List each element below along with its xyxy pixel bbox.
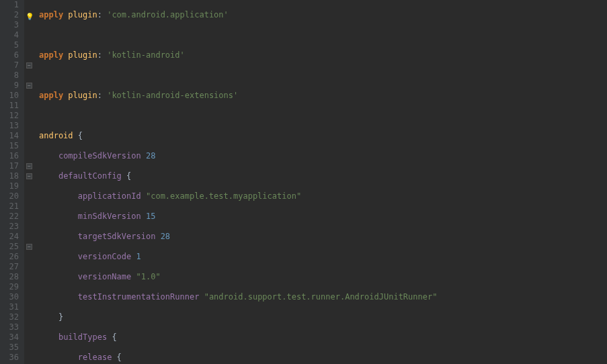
line-number: 20: [0, 191, 19, 201]
string-literal: 'com.android.application': [107, 10, 229, 19]
code-line[interactable]: versionName "1.0": [39, 272, 495, 282]
line-number: 22: [0, 212, 19, 222]
code-line[interactable]: buildTypes {: [39, 332, 495, 343]
code-line[interactable]: testInstrumentationRunner "android.suppo…: [39, 292, 495, 302]
code-line[interactable]: [39, 30, 495, 40]
keyword-apply: apply: [39, 10, 63, 19]
line-number: 24: [0, 232, 19, 242]
line-number: 16: [0, 151, 19, 161]
code-line[interactable]: applicationId "com.example.test.myapplic…: [39, 191, 495, 201]
line-number: 36: [0, 353, 19, 363]
line-number: 10: [0, 91, 19, 101]
code-line[interactable]: release {: [39, 353, 495, 363]
line-number: 23: [0, 222, 19, 232]
fold-toggle-icon[interactable]: −: [26, 83, 32, 89]
line-number: 33: [0, 322, 19, 332]
line-number: 27: [0, 262, 19, 272]
line-number: 3: [0, 20, 19, 30]
line-number: 13: [0, 121, 19, 131]
line-number: 8: [0, 71, 19, 81]
line-number: 9: [0, 81, 19, 91]
block-android: android: [39, 131, 73, 140]
line-number: 29: [0, 282, 19, 292]
line-number: 30: [0, 292, 19, 302]
fold-toggle-icon[interactable]: −: [26, 163, 32, 169]
code-line[interactable]: apply plugin: 'com.android.application': [39, 10, 495, 20]
code-editor[interactable]: apply plugin: 'com.android.application' …: [36, 0, 495, 364]
line-number: 18: [0, 171, 19, 181]
line-number: 28: [0, 272, 19, 282]
code-line[interactable]: android {: [39, 131, 495, 141]
fold-toggle-icon[interactable]: −: [26, 62, 32, 69]
line-number: 11: [0, 101, 19, 111]
line-number: 25: [0, 242, 19, 252]
fold-column: −−−−−💡: [24, 0, 36, 364]
line-number: 19: [0, 181, 19, 191]
code-line[interactable]: [39, 71, 495, 81]
intention-bulb-icon[interactable]: 💡: [26, 11, 34, 21]
code-line[interactable]: apply plugin: 'kotlin-android-extensions…: [39, 91, 495, 101]
line-number-gutter: 1234567891011121314151617181920212223242…: [0, 0, 24, 364]
code-line[interactable]: targetSdkVersion 28: [39, 232, 495, 242]
line-number: 7: [0, 60, 19, 71]
line-number: 34: [0, 332, 19, 343]
line-number: 5: [0, 40, 19, 50]
line-number: 2: [0, 10, 19, 20]
code-line[interactable]: compileSdkVersion 28: [39, 151, 495, 161]
fold-toggle-icon[interactable]: −: [26, 244, 32, 250]
code-line[interactable]: apply plugin: 'kotlin-android': [39, 50, 495, 60]
fold-toggle-icon[interactable]: −: [26, 173, 32, 179]
line-number: 4: [0, 30, 19, 40]
code-line[interactable]: minSdkVersion 15: [39, 212, 495, 222]
line-number: 15: [0, 141, 19, 151]
line-number: 26: [0, 252, 19, 262]
identifier-plugin: plugin: [68, 10, 97, 19]
code-line[interactable]: defaultConfig {: [39, 171, 495, 181]
code-line[interactable]: [39, 111, 495, 121]
code-line[interactable]: versionCode 1: [39, 252, 495, 262]
line-number: 32: [0, 312, 19, 322]
line-number: 14: [0, 131, 19, 141]
line-number: 17: [0, 161, 19, 171]
line-number: 6: [0, 50, 19, 60]
line-number: 21: [0, 201, 19, 212]
line-number: 1: [0, 0, 19, 10]
line-number: 31: [0, 302, 19, 312]
code-line[interactable]: }: [39, 312, 495, 322]
line-number: 12: [0, 111, 19, 121]
line-number: 35: [0, 343, 19, 353]
